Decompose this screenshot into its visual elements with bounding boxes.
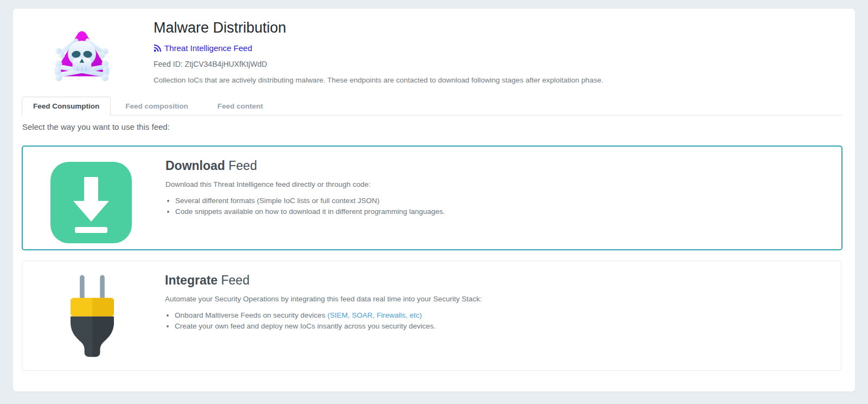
devices-link[interactable]: (SIEM, SOAR, Firewalls, etc): [327, 311, 422, 319]
malware-skull-icon: [53, 24, 111, 84]
tab-bar: Feed Consumption Feed composition Feed c…: [22, 97, 843, 116]
feed-detail-panel: Malware Distribution Threat Intelligence…: [13, 9, 855, 392]
rss-icon: [154, 45, 161, 52]
bullet-onboard: Onboard Maltiverse Feeds on security dev…: [175, 311, 819, 319]
integrate-card-body: Integrate Feed Automate your Security Op…: [165, 273, 819, 333]
integrate-card-title: Integrate Feed: [165, 273, 819, 288]
download-card-body: Download Feed Download this Threat Intel…: [165, 159, 820, 218]
integrate-bullet-list: Onboard Maltiverse Feeds on security dev…: [165, 311, 819, 330]
bullet-create-feed: Create your own feed and deploy new IoCs…: [175, 322, 819, 330]
intro-text: Select the way you want to use this feed…: [22, 122, 170, 131]
tab-feed-content[interactable]: Feed content: [203, 97, 278, 115]
card-title-rest: Feed: [218, 273, 250, 287]
download-icon: [50, 162, 132, 243]
threat-intelligence-feed-link[interactable]: Threat Intelligence Feed: [154, 43, 252, 53]
plug-icon: [58, 271, 126, 359]
integrate-feed-card[interactable]: Integrate Feed Automate your Security Op…: [22, 261, 841, 371]
card-title-bold: Download: [165, 159, 225, 173]
download-feed-card[interactable]: Download Feed Download this Threat Intel…: [22, 146, 843, 250]
bullet-onboard-text: Onboard Maltiverse Feeds on security dev…: [175, 311, 327, 319]
feed-description: Collection IoCs that are actively distri…: [154, 76, 805, 84]
feed-id: Feed ID: ZtjCV34B4jHUXfKtjWdD: [154, 60, 805, 68]
download-card-subtitle: Download this Threat Intelligence feed d…: [165, 180, 820, 188]
tab-feed-composition[interactable]: Feed composition: [111, 97, 203, 115]
integrate-card-subtitle: Automate your Security Operations by int…: [165, 295, 819, 303]
download-bullet-list: Several different formats (Simple IoC li…: [165, 197, 820, 216]
bullet-formats: Several different formats (Simple IoC li…: [175, 197, 820, 205]
feed-link-label: Threat Intelligence Feed: [164, 43, 252, 53]
card-title-rest: Feed: [225, 159, 257, 173]
tab-feed-consumption[interactable]: Feed Consumption: [22, 97, 111, 116]
card-title-bold: Integrate: [165, 273, 218, 287]
bullet-code-snippets: Code snippets available on how to downlo…: [175, 207, 820, 216]
feed-header: Malware Distribution Threat Intelligence…: [154, 20, 805, 84]
page-title: Malware Distribution: [154, 20, 805, 36]
download-card-title: Download Feed: [165, 159, 820, 173]
